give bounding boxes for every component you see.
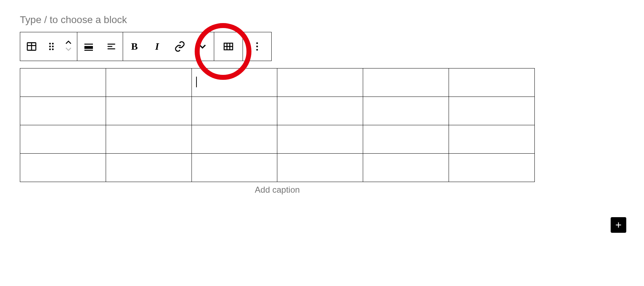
edit-table-button[interactable] [214, 32, 243, 61]
table-cell[interactable] [277, 125, 363, 154]
add-block-button[interactable] [611, 217, 626, 233]
more-vertical-icon [251, 41, 263, 52]
options-button[interactable] [243, 32, 271, 61]
table-cell[interactable] [106, 97, 191, 125]
toolbar-group-align [77, 32, 123, 61]
table-cell[interactable] [363, 154, 449, 182]
toolbar-group-block [20, 32, 77, 61]
table-cell[interactable] [449, 125, 535, 154]
plus-icon [615, 221, 622, 229]
italic-icon: I [155, 41, 159, 52]
chevron-down-icon [64, 46, 73, 51]
block-placeholder[interactable]: Type / to choose a block [20, 14, 624, 26]
table-row [20, 68, 535, 97]
move-down-button[interactable] [64, 46, 73, 53]
table-cell[interactable] [20, 125, 106, 154]
svg-point-20 [256, 46, 258, 48]
table-cell[interactable] [277, 97, 363, 125]
table-cell[interactable] [20, 154, 106, 182]
table-cell[interactable] [363, 68, 449, 97]
table-cell-active[interactable] [191, 68, 277, 97]
table-cell[interactable] [106, 125, 191, 154]
svg-point-4 [52, 43, 54, 45]
svg-point-8 [52, 49, 54, 50]
caption-input[interactable]: Add caption [20, 185, 535, 195]
block-toolbar: B I [20, 32, 272, 61]
bold-button[interactable]: B [123, 32, 146, 61]
link-button[interactable] [168, 32, 191, 61]
table-cell[interactable] [191, 97, 277, 125]
block-type-table-button[interactable] [20, 32, 43, 61]
text-cursor [196, 77, 197, 87]
justify-button[interactable] [100, 32, 123, 61]
svg-rect-10 [84, 46, 93, 49]
toolbar-group-options [243, 32, 271, 61]
table-icon [26, 41, 37, 52]
chevron-down-icon [197, 41, 208, 52]
svg-point-21 [256, 49, 258, 51]
toolbar-group-table [214, 32, 243, 61]
table-block[interactable] [20, 68, 535, 182]
table-cell[interactable] [191, 125, 277, 154]
svg-point-19 [256, 42, 258, 44]
table-row [20, 97, 535, 125]
toolbar-group-format: B I [123, 32, 214, 61]
bold-icon: B [131, 41, 138, 52]
table-cell[interactable] [191, 154, 277, 182]
svg-point-5 [49, 46, 51, 48]
table-cell[interactable] [20, 97, 106, 125]
italic-button[interactable]: I [146, 32, 168, 61]
svg-rect-11 [84, 50, 93, 51]
drag-icon [46, 41, 57, 52]
svg-point-6 [52, 46, 54, 48]
table-cell[interactable] [363, 97, 449, 125]
table-cell[interactable] [449, 97, 535, 125]
move-up-button[interactable] [64, 40, 73, 46]
svg-point-3 [49, 43, 51, 45]
table-row [20, 125, 535, 154]
table-cell[interactable] [106, 68, 191, 97]
table-cell[interactable] [277, 154, 363, 182]
table-row [20, 154, 535, 182]
more-rich-text-button[interactable] [191, 32, 214, 61]
table-cell[interactable] [363, 125, 449, 154]
chevron-up-icon [64, 40, 73, 45]
svg-point-7 [49, 49, 51, 50]
table-cell[interactable] [449, 68, 535, 97]
table-cell[interactable] [20, 68, 106, 97]
align-icon [83, 41, 94, 52]
table-cell[interactable] [449, 154, 535, 182]
move-block [60, 32, 77, 61]
table-cell[interactable] [277, 68, 363, 97]
svg-rect-9 [84, 44, 93, 45]
align-button[interactable] [77, 32, 100, 61]
drag-handle[interactable] [43, 32, 60, 61]
link-icon [174, 41, 185, 52]
table-cell[interactable] [106, 154, 191, 182]
table-edit-icon [223, 41, 234, 52]
justify-icon [106, 41, 117, 52]
